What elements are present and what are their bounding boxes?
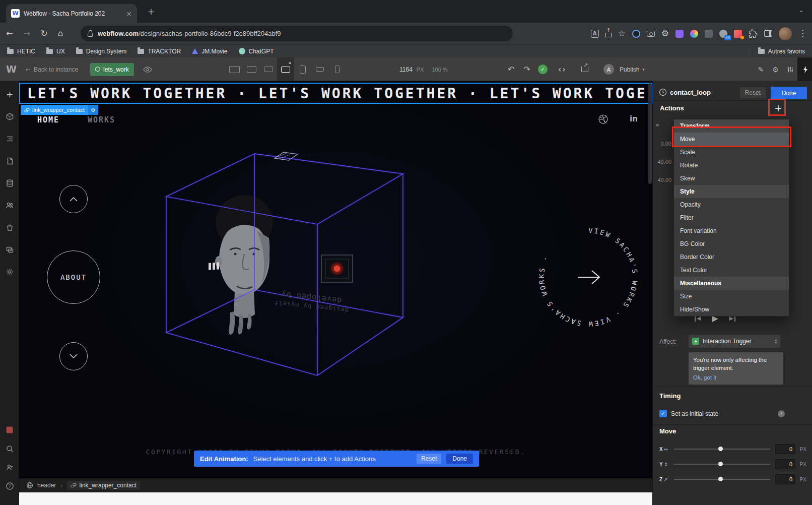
community-icon[interactable] (0, 460, 19, 475)
page-badge[interactable]: lets_work (90, 63, 134, 76)
scroll-up-button[interactable] (59, 185, 88, 213)
reload-icon[interactable] (41, 28, 48, 39)
breadcrumb-root[interactable]: header (37, 482, 56, 489)
dribbble-icon[interactable] (598, 114, 608, 126)
extension-pen-icon[interactable] (734, 30, 742, 38)
browser-tab[interactable]: Webflow - Sacha Portfolio 202 (6, 4, 137, 23)
actions-menu-item-filter[interactable]: Filter (674, 211, 789, 224)
extension-avatar-icon[interactable]: 44 (719, 30, 727, 38)
about-button[interactable]: ABOUT (47, 250, 100, 304)
animation-done-button[interactable]: Done (771, 87, 807, 99)
y-slider-handle[interactable] (718, 462, 723, 466)
canvas-width-value[interactable]: 1164 (399, 66, 413, 73)
actions-menu-item-font-variation[interactable]: Font variation (674, 224, 789, 237)
style-manager-tab-sliders-icon[interactable] (783, 57, 797, 81)
affect-select[interactable]: Interaction Trigger (689, 335, 780, 348)
breakpoint-canvas-default-icon[interactable] (277, 57, 294, 81)
browser-menu-icon[interactable] (798, 28, 807, 39)
design-canvas[interactable]: LET'S WORK TOGETHER · LET'S WORK TOGETHE… (19, 81, 652, 478)
edit-animation-done-button[interactable]: Done (446, 454, 473, 464)
actions-menu-item-border-color[interactable]: Border Color (674, 250, 789, 264)
linkedin-icon[interactable] (630, 114, 638, 123)
view-works-dial[interactable]: VIEW SACHA'S WORKS · VIEW SACHA'S WORKS … (530, 219, 646, 335)
back-to-instance-button[interactable]: Back to instance (26, 66, 78, 73)
timeline-collapse-icon[interactable] (655, 121, 659, 129)
share-icon[interactable] (605, 33, 612, 37)
redo-icon[interactable] (523, 65, 530, 74)
extension-gear-icon[interactable] (661, 28, 669, 39)
share-export-icon[interactable] (581, 67, 588, 72)
forward-icon[interactable] (23, 28, 30, 39)
x-slider-handle[interactable] (718, 447, 723, 451)
export-code-icon[interactable] (558, 57, 566, 81)
assets-icon[interactable] (0, 242, 19, 257)
canvas-scrollbar-thumb[interactable] (648, 83, 652, 184)
back-icon[interactable] (6, 28, 13, 39)
breakpoint-phone-landscape-icon[interactable] (311, 57, 328, 81)
preview-eye-icon[interactable] (143, 67, 152, 73)
actions-menu-item-opacity[interactable]: Opacity (674, 198, 789, 211)
extension-ring-icon[interactable] (632, 30, 640, 38)
x-axis-value-input[interactable]: 0 (775, 444, 795, 454)
style-panel-tab-brush-icon[interactable] (754, 57, 768, 81)
profile-avatar[interactable] (779, 27, 792, 40)
site-nav-home[interactable]: HOME (37, 115, 59, 124)
symbols-cube-icon[interactable] (0, 109, 19, 124)
side-panel-icon[interactable] (764, 30, 772, 37)
x-axis-slider[interactable] (674, 449, 770, 450)
breakpoint-desktop-large-icon[interactable] (243, 57, 260, 81)
add-elements-icon[interactable] (0, 87, 19, 102)
interactions-panel-tab-lightning-icon[interactable] (797, 57, 812, 81)
video-record-icon[interactable] (0, 422, 19, 437)
bookmark-item[interactable]: TRACKTOR (138, 48, 181, 55)
help-icon[interactable]: ? (0, 478, 19, 493)
site-nav-works[interactable]: WORKS (88, 115, 115, 124)
bookmark-item[interactable]: UX (46, 48, 65, 55)
z-axis-slider[interactable] (674, 479, 770, 480)
tab-search-chevron-icon[interactable] (798, 6, 804, 14)
element-settings-gear-icon[interactable] (88, 105, 98, 115)
extension-dark-icon[interactable] (705, 30, 713, 38)
webflow-logo[interactable] (6, 64, 17, 75)
actions-menu-item-hide-show[interactable]: Hide/Show (674, 303, 789, 316)
bookmark-star-icon[interactable] (618, 28, 626, 39)
extension-purple-icon[interactable] (675, 30, 684, 38)
bookmark-item[interactable]: Design System (76, 48, 127, 55)
bookmark-item[interactable]: JM.Movie (192, 48, 227, 55)
actions-menu-item-text-color[interactable]: Text Color (674, 264, 789, 277)
users-icon[interactable] (0, 198, 19, 213)
translate-icon[interactable] (591, 30, 599, 38)
new-tab-button[interactable] (145, 6, 157, 18)
navigator-icon[interactable] (0, 131, 19, 146)
extensions-puzzle-icon[interactable] (749, 29, 758, 38)
trigger-notice-dismiss-link[interactable]: Ok, got it (693, 374, 779, 381)
home-icon[interactable] (58, 28, 63, 39)
tab-close-icon[interactable] (126, 10, 132, 18)
publish-button[interactable]: Publish (620, 57, 645, 81)
breakpoint-desktop-icon[interactable] (260, 57, 277, 81)
breakpoint-phone-icon[interactable] (328, 57, 346, 81)
actions-menu-item-bg-color[interactable]: BG Color (674, 237, 789, 250)
help-tooltip-icon[interactable] (778, 410, 785, 417)
extension-camera-icon[interactable] (647, 31, 655, 37)
selected-marquee-element[interactable]: LET'S WORK TOGETHER · LET'S WORK TOGETHE… (19, 83, 652, 104)
initial-state-checkbox[interactable] (659, 410, 667, 417)
selected-element-tag[interactable]: link_wrapper_contact (21, 105, 98, 115)
bookmark-item[interactable]: ChatGPT (239, 48, 274, 55)
pages-icon[interactable] (0, 153, 19, 168)
project-settings-gear-icon[interactable] (0, 264, 19, 279)
other-bookmarks[interactable]: Autres favoris (750, 48, 805, 55)
search-icon[interactable] (0, 441, 19, 456)
ecommerce-bag-icon[interactable] (0, 220, 19, 235)
actions-menu-item-skew[interactable]: Skew (674, 172, 789, 185)
actions-menu-item-size[interactable]: Size (674, 290, 789, 303)
cms-database-icon[interactable] (0, 175, 19, 191)
scroll-down-button[interactable] (59, 342, 88, 370)
edit-animation-reset-button[interactable]: Reset (417, 454, 441, 464)
undo-icon[interactable] (508, 65, 514, 74)
breadcrumb-selected[interactable]: link_wrapper_contact (67, 481, 140, 490)
y-axis-value-input[interactable]: 0 (775, 459, 795, 469)
account-avatar[interactable]: A (603, 64, 614, 75)
actions-menu-item-rotate[interactable]: Rotate (674, 159, 789, 172)
actions-menu-item-scale[interactable]: Scale (674, 146, 789, 159)
